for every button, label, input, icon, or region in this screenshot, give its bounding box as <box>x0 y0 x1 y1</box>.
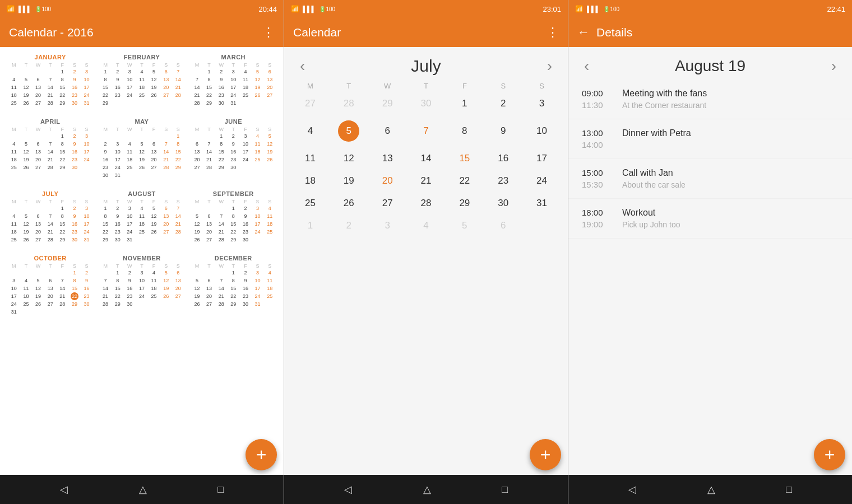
month-day-cell[interactable]: 11 <box>291 147 330 170</box>
app-title-1: Calendar - 2016 <box>9 26 262 39</box>
month-day-cell[interactable]: 26 <box>330 192 368 214</box>
back-btn-1[interactable]: ◁ <box>49 479 79 500</box>
signal-icon-3: ▌▌▌ <box>587 6 600 12</box>
recents-btn-3[interactable]: □ <box>775 479 803 500</box>
month-day-cell[interactable]: 1 <box>291 214 330 237</box>
month-day-cell[interactable]: 1 <box>445 92 484 115</box>
month-day-cell[interactable]: 14 <box>407 147 446 170</box>
mini-month-september: SEPTEMBERMTWTFSS000123456789101112131415… <box>188 188 279 246</box>
month-day-cell[interactable]: 28 <box>330 92 368 115</box>
month-day-cell[interactable]: 3 <box>368 214 407 237</box>
month-day-cell[interactable]: 3 <box>522 92 561 115</box>
months-grid: JANUARYMTWTFSS00001234567891011121314151… <box>2 52 281 318</box>
month-day-cell[interactable]: 23 <box>484 170 522 192</box>
details-date-title: August 19 <box>675 57 746 75</box>
month-day-cell[interactable]: 20 <box>368 170 407 192</box>
month-day-cell[interactable]: 31 <box>522 192 561 214</box>
month-day-cell[interactable]: 30 <box>484 192 522 214</box>
month-day-cell[interactable]: 19 <box>330 170 368 192</box>
month-day-cell[interactable]: 6 <box>368 115 407 147</box>
mini-month-february: FEBRUARYMTWTFSS1234567891011121314151617… <box>96 52 187 109</box>
back-btn-2[interactable]: ◁ <box>333 479 363 500</box>
event-title: Dinner with Petra <box>622 128 691 138</box>
event-end-time: 11:30 <box>582 100 611 110</box>
event-item[interactable]: 18:00 19:00 Workout Pick up John too <box>568 199 852 239</box>
dow-t1: T <box>330 80 368 92</box>
event-start-time: 18:00 <box>582 208 611 217</box>
time-2: 23:01 <box>543 5 561 13</box>
month-nav: ‹ July › <box>284 47 568 80</box>
month-day-cell[interactable]: 17 <box>522 147 561 170</box>
month-day-cell[interactable]: 13 <box>368 147 407 170</box>
details-nav: ‹ August 19 › <box>568 47 852 80</box>
event-start-time: 13:00 <box>582 128 611 138</box>
month-day-cell[interactable]: 7 <box>407 115 446 147</box>
month-day-cell[interactable]: 8 <box>445 115 484 147</box>
month-day-cell[interactable] <box>522 214 561 237</box>
screen-month: 📶 ▌▌▌ 🔋100 23:01 Calendar ⋮ ‹ July › M T… <box>284 0 568 504</box>
next-day-arrow[interactable]: › <box>827 55 841 77</box>
month-day-cell[interactable]: 29 <box>445 192 484 214</box>
status-left-1: 📶 ▌▌▌ 🔋100 <box>7 5 51 13</box>
month-day-cell[interactable]: 6 <box>484 214 522 237</box>
home-btn-1[interactable]: △ <box>128 479 158 500</box>
month-day-cell[interactable]: 27 <box>291 92 330 115</box>
bottom-bar-2: ◁ △ □ <box>284 475 568 504</box>
recents-btn-2[interactable]: □ <box>490 479 519 500</box>
month-day-cell[interactable]: 10 <box>522 115 561 147</box>
recents-btn-1[interactable]: □ <box>206 479 235 500</box>
month-day-cell[interactable]: 22 <box>445 170 484 192</box>
event-subtitle: Pick up John too <box>622 220 680 229</box>
home-btn-3[interactable]: △ <box>696 479 726 500</box>
app-bar-3: ← Details <box>568 18 852 47</box>
month-day-cell[interactable]: 4 <box>407 214 446 237</box>
next-month-arrow[interactable]: › <box>543 55 557 77</box>
menu-icon-1[interactable]: ⋮ <box>262 25 275 40</box>
month-days-grid: 2728293012345678910111213141516171819202… <box>284 92 568 475</box>
month-day-cell[interactable]: 5 <box>445 214 484 237</box>
month-day-cell[interactable]: 5 <box>330 115 368 147</box>
home-btn-2[interactable]: △ <box>412 479 442 500</box>
month-day-cell[interactable]: 2 <box>484 92 522 115</box>
month-day-cell[interactable]: 28 <box>407 192 446 214</box>
month-day-cell[interactable]: 12 <box>330 147 368 170</box>
event-item[interactable]: 13:00 14:00 Dinner with Petra <box>568 119 852 159</box>
status-left-2: 📶 ▌▌▌ 🔋100 <box>291 5 335 13</box>
event-subtitle: About the car sale <box>622 180 686 189</box>
back-icon-3[interactable]: ← <box>577 25 590 40</box>
event-title: Call with Jan <box>622 168 686 178</box>
month-day-cell[interactable]: 18 <box>291 170 330 192</box>
month-day-cell[interactable]: 25 <box>291 192 330 214</box>
month-day-cell[interactable]: 9 <box>484 115 522 147</box>
signal-icon-1: ▌▌▌ <box>18 6 31 12</box>
mini-month-november: NOVEMBERMTWTFSS0123456789101112131415161… <box>96 253 187 318</box>
month-day-cell[interactable]: 30 <box>407 92 446 115</box>
prev-day-arrow[interactable]: ‹ <box>580 55 594 77</box>
prev-month-arrow[interactable]: ‹ <box>295 55 309 77</box>
event-item[interactable]: 15:00 15:30 Call with Jan About the car … <box>568 159 852 199</box>
screen-year: 📶 ▌▌▌ 🔋100 20:44 Calendar - 2016 ⋮ JANUA… <box>0 0 284 504</box>
month-day-cell[interactable]: 4 <box>291 115 330 147</box>
month-day-cell[interactable]: 27 <box>368 192 407 214</box>
mini-month-august: AUGUSTMTWTFSS123456789101112131415161718… <box>96 188 187 246</box>
month-day-cell[interactable]: 2 <box>330 214 368 237</box>
back-btn-3[interactable]: ◁ <box>617 479 647 500</box>
month-day-cell[interactable]: 21 <box>407 170 446 192</box>
mini-month-october: OCTOBERMTWTFSS00000123456789101112131415… <box>4 253 96 318</box>
menu-icon-2[interactable]: ⋮ <box>547 25 559 40</box>
month-day-cell[interactable]: 29 <box>368 92 407 115</box>
event-item[interactable]: 09:00 11:30 Meeting with the fans At the… <box>568 80 852 119</box>
dow-w: W <box>368 80 407 92</box>
signal-icon-2: ▌▌▌ <box>303 6 316 12</box>
mini-month-june: JUNEMTWTFSS00123456789101112131415161718… <box>188 116 279 181</box>
event-end-time: 19:00 <box>582 220 611 229</box>
month-day-cell[interactable]: 15 <box>445 147 484 170</box>
battery-icon-1: 🔋100 <box>35 6 51 12</box>
fab-1[interactable]: + <box>246 439 277 470</box>
fab-2[interactable]: + <box>530 439 561 470</box>
dow-s2: S <box>522 80 561 92</box>
month-day-cell[interactable]: 16 <box>484 147 522 170</box>
month-day-cell[interactable]: 24 <box>522 170 561 192</box>
year-body: JANUARYMTWTFSS00001234567891011121314151… <box>0 47 284 475</box>
fab-3[interactable]: + <box>814 439 845 470</box>
